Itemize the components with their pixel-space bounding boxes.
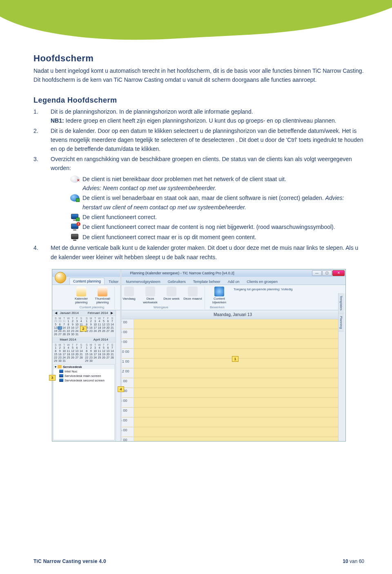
- ribbon-group-label: Content planning: [80, 305, 105, 309]
- app-title: Planning (Kalender weergave) - TiC Narro…: [52, 271, 312, 275]
- footer-version: TiC Narrow Casting versie 4.0: [33, 558, 106, 564]
- globe-offline-icon: [70, 175, 79, 183]
- day-header: Maandag, Januari 13: [120, 310, 345, 319]
- calendar-nav-2: Maart 2014 April 2014: [52, 337, 116, 343]
- ribbon-tabs: Content planning Ticker Nummervolgsystee…: [52, 277, 345, 285]
- ribbon-tab-content-planning[interactable]: Content planning: [69, 278, 105, 285]
- ribbon-tab-addon[interactable]: Add on: [225, 278, 243, 285]
- cal-prev-button[interactable]: ◀: [55, 311, 57, 315]
- ribbon-tab-template[interactable]: Template beheer: [190, 278, 224, 285]
- legend-item-4: 4. Met de dunne verticale balk kunt u de…: [33, 243, 364, 262]
- legend-item-1: 1. Dit is de planningshorizon. In de pla…: [33, 107, 364, 126]
- right-side-tabs: Templates Planning: [338, 293, 345, 441]
- ribbon-tab-clients[interactable]: Clients en groepen: [243, 278, 281, 285]
- mini-calendar-feb[interactable]: SMTWTFS 12345678910111213141516171819202…: [85, 317, 114, 336]
- window-maximize-button[interactable]: ▢: [322, 270, 332, 276]
- mini-calendar-mar[interactable]: SMTWTFS 12345678910111213141516171819202…: [53, 343, 83, 363]
- office-orb-icon[interactable]: [55, 272, 66, 283]
- callout-badge-4: 4: [118, 386, 124, 392]
- status-advice: Advies: Neem contact op met uw systeembe…: [82, 185, 216, 191]
- legend-text: Met de dunne verticale balk kunt u de ka…: [51, 244, 358, 260]
- status-row: De client functioneert correct maar er i…: [70, 233, 364, 242]
- legend-list: 1. Dit is de planningshorizon. In de pla…: [33, 107, 364, 262]
- clients-tree[interactable]: ▾Servicedesk Intel Nuc Servicedesk main …: [53, 364, 115, 440]
- legend-text: Dit is de kalender. Door op een datum te…: [51, 128, 363, 152]
- heading-main: Hoofdscherm: [33, 53, 364, 64]
- today-icon: [124, 287, 134, 296]
- window-close-button[interactable]: ✕: [332, 270, 345, 276]
- ribbon-group-label: Bewerken: [210, 305, 225, 309]
- sidebar-splitter[interactable]: [120, 269, 122, 441]
- ribbon-btn-week[interactable]: Deze week: [162, 287, 181, 305]
- window-minimize-button[interactable]: —: [312, 270, 322, 276]
- ribbon-btn-maand[interactable]: Deze maand: [183, 287, 202, 305]
- tree-item[interactable]: Servicedesk main screen: [53, 374, 114, 378]
- callout-badge-2: 2: [80, 326, 87, 332]
- legend-nb-text: Iedere groep en client heeft zijn eigen …: [64, 117, 336, 124]
- ribbon-tab-gebruikers[interactable]: Gebruikers: [165, 278, 189, 285]
- cal-month-label: Januari 2014: [60, 311, 78, 315]
- mini-calendar-apr[interactable]: SMTWTFS 12345678910111213141516171819202…: [85, 343, 114, 363]
- ribbon-btn-content-bijwerken[interactable]: Content bijwerken: [210, 287, 229, 305]
- folder-icon: [58, 365, 62, 368]
- callout-badge-1: 1: [232, 356, 238, 362]
- side-tab-templates[interactable]: Templates: [339, 293, 344, 313]
- legend-item-3: 3. Overzicht en rangschikking van de bes…: [33, 155, 364, 243]
- tree-item[interactable]: Servicedesk second screen: [53, 378, 114, 383]
- monitor-icon: [59, 379, 63, 382]
- refresh-icon: [214, 287, 224, 296]
- intro-paragraph: Nadat u bent ingelogd komt u automatisch…: [33, 66, 364, 85]
- calendar-icon: [76, 287, 86, 296]
- ribbon: Kalender planning Thumbnail planning Con…: [52, 285, 345, 310]
- callout-badge-3: 3: [49, 375, 56, 381]
- app-screenshot: Planning (Kalender weergave) - TiC Narro…: [52, 269, 346, 442]
- tree-expand-icon[interactable]: ▾: [55, 365, 56, 369]
- cal-month-label: Februari 2014: [88, 311, 108, 315]
- status-row: De client is wel benaderbaar en staat oo…: [70, 193, 364, 212]
- app-titlebar: Planning (Kalender weergave) - TiC Narro…: [52, 269, 345, 277]
- monitor-warn-icon: [70, 223, 79, 231]
- status-text: De client functioneert correct maar er i…: [82, 234, 256, 240]
- tree-item[interactable]: Intel Nuc: [53, 369, 114, 374]
- cal-month-label: Maart 2014: [60, 338, 76, 341]
- status-row: De client functioneert correct maar de c…: [70, 222, 364, 231]
- thumbnail-icon: [98, 287, 107, 296]
- legend-num: 2.: [33, 126, 51, 154]
- tree-root-label: Servicedesk: [63, 365, 82, 369]
- ribbon-group-weergave: Vandaag Deze werkweek Deze week Deze maa…: [117, 287, 205, 309]
- cal-next-button[interactable]: ▶: [111, 311, 113, 315]
- legend-text: Dit is de planningshorizon. In de planni…: [51, 108, 253, 115]
- monitor-ok-icon: [70, 213, 79, 221]
- legend-num: 3.: [33, 155, 51, 243]
- ribbon-group-content-planning: Kalender planning Thumbnail planning Con…: [69, 287, 115, 309]
- heading-legend: Legenda Hoofdscherm: [33, 96, 364, 105]
- status-text: De client is niet bereikbaar door proble…: [82, 176, 286, 182]
- ribbon-btn-kalender[interactable]: Kalender planning: [72, 287, 91, 305]
- legend-nb-label: NB1:: [51, 117, 64, 124]
- ribbon-btn-werkweek[interactable]: Deze werkweek: [141, 287, 160, 305]
- legend-item-2: 2. Dit is de kalender. Door op een datum…: [33, 126, 364, 154]
- ribbon-btn-vandaag[interactable]: Vandaag: [120, 287, 138, 305]
- footer-page: 10 van 60: [343, 558, 364, 564]
- ribbon-tab-ticker[interactable]: Ticker: [105, 278, 122, 285]
- status-text: De client functioneert correct maar de c…: [82, 224, 335, 230]
- monitor-none-icon: [70, 233, 79, 241]
- mini-calendar-jan[interactable]: SMTWTFS 29303112345678910111213141516171…: [53, 317, 83, 336]
- status-row: De client is niet bereikbaar door proble…: [70, 175, 364, 193]
- month-icon: [188, 287, 198, 296]
- status-row: De client functioneert correct.: [70, 213, 364, 222]
- globe-online-icon: [70, 194, 79, 202]
- week-icon: [167, 287, 176, 296]
- cal-month-label: April 2014: [94, 338, 108, 341]
- calendar-nav: ◀ Januari 2014 Februari 2014 ▶: [52, 310, 116, 316]
- ribbon-group-label: Weergave: [154, 305, 168, 309]
- monitor-icon: [59, 370, 63, 373]
- ribbon-status-text: Toegang tot geopende planning: Volledig: [233, 287, 293, 294]
- ribbon-tab-nummer[interactable]: Nummervolgsysteem: [122, 278, 164, 285]
- day-grid[interactable]: 7 008 009 0010 0011 0012 001 002 003 004…: [120, 319, 345, 441]
- status-text: De client functioneert correct.: [82, 214, 157, 220]
- legend-num: 1.: [33, 107, 51, 126]
- side-tab-planning[interactable]: Planning: [339, 314, 344, 332]
- ribbon-btn-thumbnail[interactable]: Thumbnail planning: [93, 287, 112, 305]
- monitor-icon: [59, 374, 63, 377]
